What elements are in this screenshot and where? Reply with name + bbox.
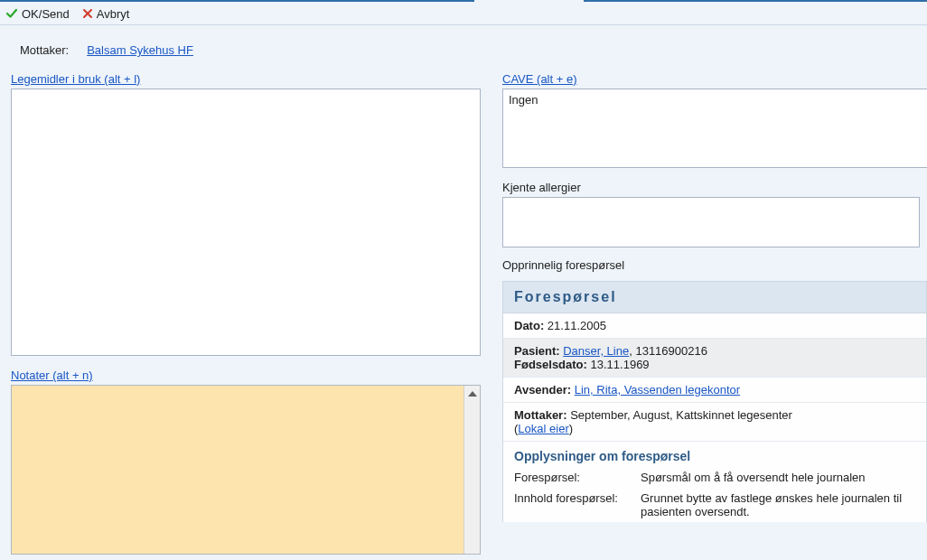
- panel-mottaker-value: September, August, Kattskinnet legesente…: [570, 408, 792, 422]
- legemidler-link[interactable]: Legemidler i bruk (alt + l): [11, 72, 140, 86]
- panel-mottaker-label: Mottaker:: [514, 408, 567, 422]
- fdato-label: Fødselsdato:: [514, 358, 587, 371]
- ok-send-label: OK/Send: [22, 7, 70, 21]
- innhold-label: Innhold forespørsel:: [514, 491, 641, 518]
- notater-link[interactable]: Notater (alt + n): [11, 369, 93, 382]
- avsender-label: Avsender:: [514, 383, 571, 397]
- fsp-label: Forespørsel:: [514, 471, 641, 484]
- app-window: OK/Send Avbryt Mottaker: Balsam Sykehus …: [0, 0, 927, 560]
- avsender-link[interactable]: Lin, Rita, Vassenden legekontor: [575, 383, 740, 397]
- dato-label: Dato:: [514, 319, 544, 332]
- notater-textarea[interactable]: [11, 385, 481, 555]
- innhold-row: Innhold forespørsel: Grunnet bytte av fa…: [503, 488, 926, 522]
- cancel-button[interactable]: Avbryt: [82, 7, 130, 21]
- lokal-eier-link[interactable]: Lokal eier: [518, 422, 568, 435]
- cave-link[interactable]: CAVE (alt + e): [502, 72, 576, 86]
- cave-text: Ingen: [509, 93, 538, 107]
- check-icon: [5, 7, 18, 20]
- mottaker-link[interactable]: Balsam Sykehus HF: [87, 43, 193, 57]
- forespoersel-panel: Forespørsel Dato: 21.11.2005 Pasient: Da…: [502, 281, 927, 522]
- pasient-row: Pasient: Danser, Line, 13116900216 Fødse…: [503, 339, 926, 378]
- panel-header: Forespørsel: [503, 282, 926, 313]
- legemidler-textarea[interactable]: [11, 89, 481, 356]
- ok-send-button[interactable]: OK/Send: [5, 7, 70, 21]
- fdato-value: 13.11.1969: [591, 358, 650, 371]
- content-columns: Legemidler i bruk (alt + l) Notater (alt…: [11, 72, 927, 560]
- toolbar-divider: [0, 24, 927, 25]
- notater-scrollbar[interactable]: [464, 386, 480, 554]
- panel-mottaker-row: Mottaker: September, August, Kattskinnet…: [503, 403, 926, 442]
- dato-value: 21.11.2005: [548, 319, 606, 332]
- pasient-label: Pasient:: [514, 344, 560, 358]
- scroll-up-icon[interactable]: [466, 387, 478, 400]
- cancel-label: Avbryt: [97, 7, 130, 21]
- toolbar: OK/Send Avbryt: [5, 4, 129, 23]
- pasient-id: , 13116900216: [629, 344, 707, 358]
- close-icon: [82, 8, 93, 19]
- fsp-row: Forespørsel: Spørsmål om å få oversendt …: [503, 467, 926, 488]
- mottaker-row: Mottaker: Balsam Sykehus HF: [20, 43, 193, 57]
- avsender-row: Avsender: Lin, Rita, Vassenden legekonto…: [503, 378, 926, 403]
- cave-textarea[interactable]: Ingen: [502, 89, 927, 168]
- innhold-value: Grunnet bytte av fastlege ønskes hele jo…: [641, 491, 915, 518]
- mottaker-label: Mottaker:: [20, 43, 69, 57]
- fsp-value: Spørsmål om å få oversendt hele journale…: [641, 471, 915, 484]
- right-column: CAVE (alt + e) Ingen Kjente allergier Op…: [502, 72, 927, 522]
- opprinnelig-label: Opprinnelig forespørsel: [502, 258, 927, 272]
- allergier-label: Kjente allergier: [502, 181, 927, 194]
- pasient-link[interactable]: Danser, Line: [563, 344, 629, 358]
- left-column: Legemidler i bruk (alt + l) Notater (alt…: [11, 72, 484, 555]
- allergier-textarea[interactable]: [502, 197, 920, 247]
- opplysninger-header: Opplysninger om forespørsel: [503, 442, 926, 467]
- dato-row: Dato: 21.11.2005: [503, 313, 926, 339]
